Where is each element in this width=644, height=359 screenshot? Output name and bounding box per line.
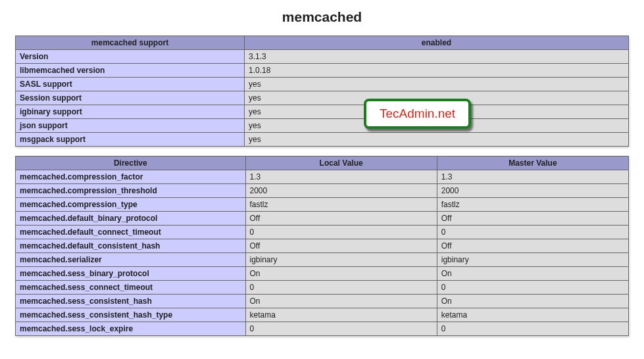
- directive-value: yes: [245, 133, 629, 147]
- directive-name: memcached.sess_connect_timeout: [16, 281, 246, 295]
- directive-name: memcached.compression_factor: [16, 170, 246, 184]
- directive-name: memcached.serializer: [16, 253, 246, 267]
- local-value: fastlz: [245, 198, 437, 212]
- directive-name: SASL support: [16, 78, 245, 91]
- table-row: memcached.default_binary_protocolOffOff: [16, 212, 629, 226]
- local-value: 0: [245, 322, 437, 336]
- local-value: On: [245, 267, 437, 281]
- directive-table: Directive Local Value Master Value memca…: [15, 156, 629, 336]
- directive-value: yes: [245, 78, 629, 91]
- directive-name: memcached.compression_type: [16, 198, 246, 212]
- directive-header: Directive: [16, 156, 246, 170]
- table-row: SASL supportyes: [16, 78, 629, 91]
- master-value: Off: [437, 239, 628, 253]
- table-row: memcached.compression_threshold20002000: [16, 184, 629, 198]
- directive-name: msgpack support: [16, 133, 245, 147]
- table-row: memcached.compression_typefastlzfastlz: [16, 198, 629, 212]
- master-value: 0: [437, 281, 628, 295]
- master-value-header: Master Value: [437, 156, 628, 170]
- master-value: 0: [437, 226, 628, 239]
- directive-name: json support: [16, 119, 245, 133]
- master-value: Off: [437, 212, 628, 226]
- local-value: 0: [245, 226, 437, 239]
- support-table: memcached support enabled Version3.1.3li…: [15, 36, 629, 147]
- table-row: igbinary supportyes: [16, 105, 629, 119]
- directive-name: memcached.default_consistent_hash: [16, 239, 246, 253]
- local-value: On: [245, 295, 437, 308]
- table-row: Session supportyes: [16, 91, 629, 105]
- watermark-badge: TecAdmin.net: [364, 99, 471, 129]
- directive-name: memcached.default_binary_protocol: [16, 212, 246, 226]
- directive-name: memcached.sess_consistent_hash: [16, 295, 246, 308]
- table-row: memcached.sess_lock_expire00: [16, 322, 629, 336]
- page-title: memcached: [15, 9, 629, 25]
- master-value: 1.3: [437, 170, 628, 184]
- local-value: ketama: [245, 308, 437, 322]
- directive-name: Version: [16, 50, 245, 64]
- table-row: json supportyes: [16, 119, 629, 133]
- directive-name: Session support: [16, 91, 245, 105]
- table-row: msgpack supportyes: [16, 133, 629, 147]
- master-value: 0: [437, 322, 628, 336]
- directive-name: memcached.default_connect_timeout: [16, 226, 246, 239]
- table-row: libmemcached version1.0.18: [16, 64, 629, 78]
- table-row: memcached.sess_binary_protocolOnOn: [16, 267, 629, 281]
- directive-name: igbinary support: [16, 105, 245, 119]
- local-value-header: Local Value: [245, 156, 437, 170]
- support-header-right: enabled: [245, 36, 629, 50]
- local-value: Off: [245, 239, 437, 253]
- table-row: memcached.compression_factor1.31.3: [16, 170, 629, 184]
- master-value: fastlz: [437, 198, 628, 212]
- table-row: memcached.sess_consistent_hashOnOn: [16, 295, 629, 308]
- local-value: igbinary: [245, 253, 437, 267]
- master-value: ketama: [437, 308, 628, 322]
- directive-name: memcached.sess_binary_protocol: [16, 267, 246, 281]
- table-row: Version3.1.3: [16, 50, 629, 64]
- local-value: 2000: [245, 184, 437, 198]
- local-value: 0: [245, 281, 437, 295]
- local-value: Off: [245, 212, 437, 226]
- table-row: memcached.sess_consistent_hash_typeketam…: [16, 308, 629, 322]
- table-row: memcached.sess_connect_timeout00: [16, 281, 629, 295]
- directive-value: 1.0.18: [245, 64, 629, 78]
- master-value: igbinary: [437, 253, 628, 267]
- table-row: memcached.default_connect_timeout00: [16, 226, 629, 239]
- master-value: 2000: [437, 184, 628, 198]
- directive-name: memcached.sess_lock_expire: [16, 322, 246, 336]
- directive-name: libmemcached version: [16, 64, 245, 78]
- directive-name: memcached.sess_consistent_hash_type: [16, 308, 246, 322]
- table-row: memcached.serializerigbinaryigbinary: [16, 253, 629, 267]
- directive-value: 3.1.3: [245, 50, 629, 64]
- local-value: 1.3: [245, 170, 437, 184]
- table-row: memcached.default_consistent_hashOffOff: [16, 239, 629, 253]
- master-value: On: [437, 295, 628, 308]
- master-value: On: [437, 267, 628, 281]
- support-header-left: memcached support: [16, 36, 245, 50]
- directive-name: memcached.compression_threshold: [16, 184, 246, 198]
